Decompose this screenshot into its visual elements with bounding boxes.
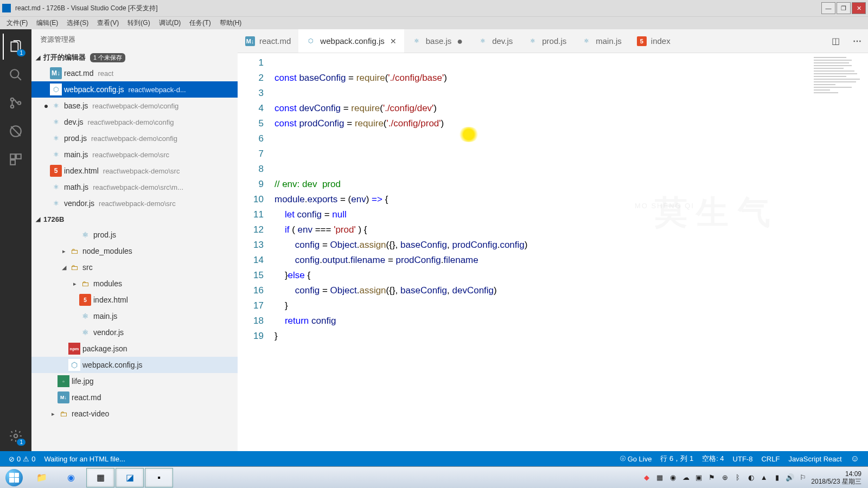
tree-item[interactable]: ⚛prod.js xyxy=(31,227,238,243)
close-button[interactable]: ✕ xyxy=(852,2,866,14)
svg-point-8 xyxy=(14,434,18,438)
file-name: prod.js xyxy=(64,134,87,143)
explorer-icon[interactable]: 1 xyxy=(3,34,29,60)
status-errors[interactable]: ⊘0⚠0 xyxy=(4,455,40,463)
taskbar-app-1[interactable]: ▦ xyxy=(86,468,114,487)
minimap[interactable] xyxy=(814,55,868,120)
open-editor-item[interactable]: ⚛main.jsreact\webpack-demo\src xyxy=(31,146,238,163)
line-gutter: 12345678910111213141516171819 xyxy=(238,53,275,451)
sidebar: 资源管理器 ◢ 打开的编辑器 1 个未保存 M↓react.mdreact⬡we… xyxy=(31,29,238,451)
tray-icon[interactable]: ◆ xyxy=(642,473,652,483)
project-label: 1726B xyxy=(43,215,64,223)
menu-tasks[interactable]: 任务(T) xyxy=(185,18,215,28)
tree-item-label: react-video xyxy=(72,409,109,418)
open-editor-item[interactable]: ⚛prod.jsreact\webpack-demo\config xyxy=(31,130,238,146)
tray-icon[interactable]: ▣ xyxy=(694,473,704,483)
settings-icon[interactable]: 1 xyxy=(3,423,29,449)
tree-item[interactable]: 5index.html xyxy=(31,292,238,308)
editor-tab[interactable]: ⚛base.js● xyxy=(404,29,470,53)
dirty-dot-icon: ● xyxy=(457,38,463,44)
chevron-icon: ▸ xyxy=(71,280,79,287)
tray-icon[interactable]: ⊕ xyxy=(720,473,730,483)
tree-item[interactable]: ⬡webpack.config.js xyxy=(31,357,238,373)
file-path: react xyxy=(98,69,113,78)
status-language[interactable]: JavaScript React xyxy=(784,455,846,463)
tree-item[interactable]: M↓react.md xyxy=(31,389,238,406)
menu-view[interactable]: 查看(V) xyxy=(93,18,123,28)
file-name: webpack.config.js xyxy=(64,85,124,94)
tree-item[interactable]: ▫life.jpg xyxy=(31,373,238,389)
open-editor-item[interactable]: 5index.htmlreact\webpack-demo\src xyxy=(31,163,238,179)
menu-selection[interactable]: 选择(S) xyxy=(62,18,93,28)
editor-tab[interactable]: ⚛dev.js xyxy=(470,29,520,53)
more-icon[interactable]: ⋯ xyxy=(846,29,868,53)
status-spaces[interactable]: 空格: 4 xyxy=(698,454,728,464)
file-explorer-icon[interactable]: 📁 xyxy=(28,468,56,487)
file-name: index.html xyxy=(64,166,99,175)
tray-icon[interactable]: ⚐ xyxy=(798,473,808,483)
open-editor-item[interactable]: ⬡webpack.config.jsreact\webpack-d... xyxy=(31,81,238,98)
open-editors-header[interactable]: ◢ 打开的编辑器 1 个未保存 xyxy=(31,50,238,65)
maximize-button[interactable]: ❐ xyxy=(837,2,851,14)
tray-icon[interactable]: ▦ xyxy=(655,473,665,483)
open-editor-item[interactable]: ⚛vendor.jsreact\webpack-demo\src xyxy=(31,195,238,211)
start-button[interactable] xyxy=(1,468,27,487)
status-message[interactable]: Waiting for an HTML file... xyxy=(40,455,129,463)
tree-item-label: package.json xyxy=(82,344,127,353)
warning-icon: ⚠ xyxy=(23,455,29,463)
status-ln-col[interactable]: 行 6，列 1 xyxy=(656,454,698,464)
code-content[interactable]: const baseConfig = require('./config/bas… xyxy=(275,53,868,451)
minimize-button[interactable]: — xyxy=(821,2,835,14)
menu-help[interactable]: 帮助(H) xyxy=(215,18,246,28)
menu-file[interactable]: 文件(F) xyxy=(2,18,32,28)
tree-item[interactable]: ⚛main.js xyxy=(31,308,238,324)
status-encoding[interactable]: UTF-8 xyxy=(729,455,757,463)
editor-tab[interactable]: ⚛main.js xyxy=(574,29,629,53)
menu-debug[interactable]: 调试(D) xyxy=(155,18,186,28)
volume-icon[interactable]: 🔊 xyxy=(785,473,795,483)
menu-go[interactable]: 转到(G) xyxy=(123,18,154,28)
open-editor-item[interactable]: ●⚛base.jsreact\webpack-demo\config xyxy=(31,98,238,114)
tree-item[interactable]: ⚛vendor.js xyxy=(31,324,238,341)
tray-icon[interactable]: ▲ xyxy=(759,473,769,483)
tray-icon[interactable]: ⚑ xyxy=(707,473,717,483)
extensions-icon[interactable] xyxy=(3,146,29,172)
close-icon[interactable]: ✕ xyxy=(390,37,397,46)
tree-item[interactable]: ▸🗀node_modules xyxy=(31,243,238,259)
tab-label: index xyxy=(651,36,671,46)
project-header[interactable]: ◢ 1726B xyxy=(31,211,238,227)
tree-item[interactable]: npmpackage.json xyxy=(31,341,238,357)
tray-icon[interactable]: ◐ xyxy=(746,473,756,483)
open-editor-item[interactable]: M↓react.mdreact xyxy=(31,65,238,81)
open-editor-item[interactable]: ⚛math.jsreact\webpack-demo\src\m... xyxy=(31,179,238,195)
clock[interactable]: 14:09 2018/5/23 星期三 xyxy=(811,470,864,485)
terminal-icon[interactable]: ▪ xyxy=(145,468,173,487)
vscode-taskbar-icon[interactable]: ◪ xyxy=(116,468,144,487)
tree-item[interactable]: ▸🗀modules xyxy=(31,275,238,292)
tray-icon[interactable]: ☁ xyxy=(681,473,691,483)
tree-item[interactable]: ▸🗀react-video xyxy=(31,406,238,422)
source-control-icon[interactable] xyxy=(3,90,29,116)
go-live-button[interactable]: ⦾Go Live xyxy=(616,454,656,463)
search-icon[interactable] xyxy=(3,62,29,88)
debug-icon[interactable] xyxy=(3,118,29,144)
bluetooth-icon[interactable]: ᛒ xyxy=(733,473,743,483)
split-editor-icon[interactable]: ◫ xyxy=(825,29,846,53)
code-area[interactable]: 12345678910111213141516171819 const base… xyxy=(238,53,868,451)
editor-tab[interactable]: ⚛prod.js xyxy=(520,29,574,53)
chrome-icon[interactable]: ◉ xyxy=(57,468,85,487)
tree-item[interactable]: ◢🗀src xyxy=(31,259,238,275)
vscode-icon xyxy=(2,4,11,12)
status-eol[interactable]: CRLF xyxy=(757,455,784,463)
editor-tab[interactable]: ⬡webpack.config.js✕ xyxy=(298,29,404,53)
sidebar-title: 资源管理器 xyxy=(31,29,238,50)
editor-tab[interactable]: M↓react.md xyxy=(238,29,298,53)
feedback-icon[interactable]: ☺ xyxy=(846,454,864,464)
menu-edit[interactable]: 编辑(E) xyxy=(32,18,62,28)
open-editor-item[interactable]: ⚛dev.jsreact\webpack-demo\config xyxy=(31,114,238,130)
editor-tab[interactable]: 5index xyxy=(629,29,678,53)
tab-label: base.js xyxy=(426,36,452,46)
network-icon[interactable]: ▮ xyxy=(772,473,782,483)
tab-label: react.md xyxy=(259,36,291,46)
tray-icon[interactable]: ◉ xyxy=(668,473,678,483)
